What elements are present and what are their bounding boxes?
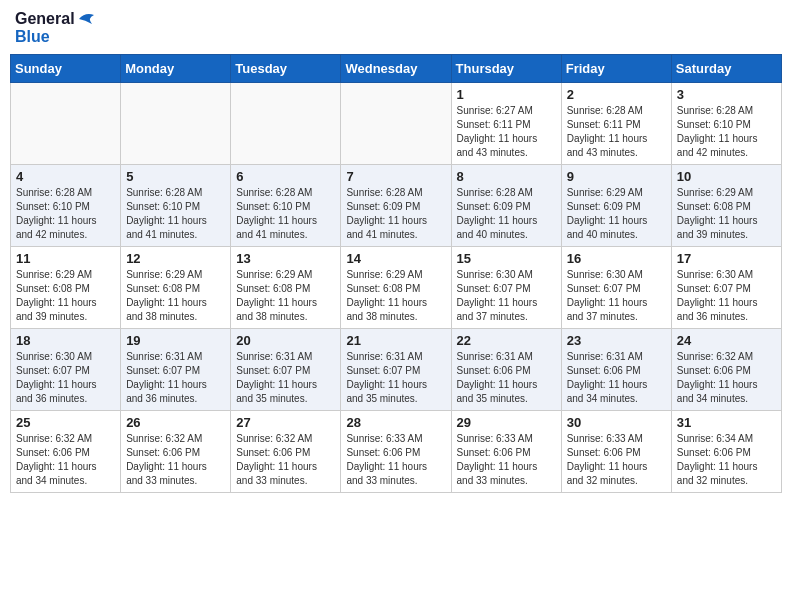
day-info: Sunrise: 6:31 AM Sunset: 6:07 PM Dayligh… — [126, 350, 225, 406]
calendar-cell: 26Sunrise: 6:32 AM Sunset: 6:06 PM Dayli… — [121, 411, 231, 493]
day-number: 13 — [236, 251, 335, 266]
day-number: 22 — [457, 333, 556, 348]
logo-general-label: General — [15, 10, 75, 28]
day-info: Sunrise: 6:28 AM Sunset: 6:10 PM Dayligh… — [677, 104, 776, 160]
day-number: 10 — [677, 169, 776, 184]
day-number: 20 — [236, 333, 335, 348]
calendar-cell — [231, 83, 341, 165]
day-info: Sunrise: 6:33 AM Sunset: 6:06 PM Dayligh… — [567, 432, 666, 488]
day-info: Sunrise: 6:29 AM Sunset: 6:08 PM Dayligh… — [346, 268, 445, 324]
day-info: Sunrise: 6:32 AM Sunset: 6:06 PM Dayligh… — [126, 432, 225, 488]
calendar-cell: 7Sunrise: 6:28 AM Sunset: 6:09 PM Daylig… — [341, 165, 451, 247]
calendar-cell: 1Sunrise: 6:27 AM Sunset: 6:11 PM Daylig… — [451, 83, 561, 165]
calendar-cell: 13Sunrise: 6:29 AM Sunset: 6:08 PM Dayli… — [231, 247, 341, 329]
day-info: Sunrise: 6:30 AM Sunset: 6:07 PM Dayligh… — [16, 350, 115, 406]
day-info: Sunrise: 6:28 AM Sunset: 6:09 PM Dayligh… — [457, 186, 556, 242]
calendar-cell: 8Sunrise: 6:28 AM Sunset: 6:09 PM Daylig… — [451, 165, 561, 247]
day-number: 29 — [457, 415, 556, 430]
calendar-cell: 23Sunrise: 6:31 AM Sunset: 6:06 PM Dayli… — [561, 329, 671, 411]
calendar-table: SundayMondayTuesdayWednesdayThursdayFrid… — [10, 54, 782, 493]
day-info: Sunrise: 6:31 AM Sunset: 6:07 PM Dayligh… — [346, 350, 445, 406]
day-number: 30 — [567, 415, 666, 430]
logo-container: General Blue — [15, 10, 97, 46]
calendar-week-row: 1Sunrise: 6:27 AM Sunset: 6:11 PM Daylig… — [11, 83, 782, 165]
calendar-cell: 28Sunrise: 6:33 AM Sunset: 6:06 PM Dayli… — [341, 411, 451, 493]
day-number: 4 — [16, 169, 115, 184]
calendar-cell: 21Sunrise: 6:31 AM Sunset: 6:07 PM Dayli… — [341, 329, 451, 411]
day-number: 27 — [236, 415, 335, 430]
day-info: Sunrise: 6:30 AM Sunset: 6:07 PM Dayligh… — [457, 268, 556, 324]
calendar-cell: 18Sunrise: 6:30 AM Sunset: 6:07 PM Dayli… — [11, 329, 121, 411]
calendar-week-row: 18Sunrise: 6:30 AM Sunset: 6:07 PM Dayli… — [11, 329, 782, 411]
day-info: Sunrise: 6:30 AM Sunset: 6:07 PM Dayligh… — [677, 268, 776, 324]
day-info: Sunrise: 6:28 AM Sunset: 6:11 PM Dayligh… — [567, 104, 666, 160]
day-number: 25 — [16, 415, 115, 430]
calendar-cell: 24Sunrise: 6:32 AM Sunset: 6:06 PM Dayli… — [671, 329, 781, 411]
calendar-week-row: 11Sunrise: 6:29 AM Sunset: 6:08 PM Dayli… — [11, 247, 782, 329]
calendar-cell: 10Sunrise: 6:29 AM Sunset: 6:08 PM Dayli… — [671, 165, 781, 247]
calendar-cell — [11, 83, 121, 165]
day-number: 14 — [346, 251, 445, 266]
day-info: Sunrise: 6:32 AM Sunset: 6:06 PM Dayligh… — [677, 350, 776, 406]
day-info: Sunrise: 6:32 AM Sunset: 6:06 PM Dayligh… — [236, 432, 335, 488]
day-number: 31 — [677, 415, 776, 430]
header-saturday: Saturday — [671, 55, 781, 83]
day-number: 26 — [126, 415, 225, 430]
calendar-cell: 27Sunrise: 6:32 AM Sunset: 6:06 PM Dayli… — [231, 411, 341, 493]
calendar-week-row: 25Sunrise: 6:32 AM Sunset: 6:06 PM Dayli… — [11, 411, 782, 493]
calendar-cell: 14Sunrise: 6:29 AM Sunset: 6:08 PM Dayli… — [341, 247, 451, 329]
day-number: 5 — [126, 169, 225, 184]
day-info: Sunrise: 6:33 AM Sunset: 6:06 PM Dayligh… — [346, 432, 445, 488]
calendar-cell: 6Sunrise: 6:28 AM Sunset: 6:10 PM Daylig… — [231, 165, 341, 247]
calendar-cell: 15Sunrise: 6:30 AM Sunset: 6:07 PM Dayli… — [451, 247, 561, 329]
calendar-cell: 16Sunrise: 6:30 AM Sunset: 6:07 PM Dayli… — [561, 247, 671, 329]
day-info: Sunrise: 6:31 AM Sunset: 6:07 PM Dayligh… — [236, 350, 335, 406]
day-info: Sunrise: 6:30 AM Sunset: 6:07 PM Dayligh… — [567, 268, 666, 324]
header-sunday: Sunday — [11, 55, 121, 83]
day-info: Sunrise: 6:33 AM Sunset: 6:06 PM Dayligh… — [457, 432, 556, 488]
logo-blue-label: Blue — [15, 28, 50, 45]
day-info: Sunrise: 6:27 AM Sunset: 6:11 PM Dayligh… — [457, 104, 556, 160]
day-info: Sunrise: 6:29 AM Sunset: 6:08 PM Dayligh… — [236, 268, 335, 324]
day-info: Sunrise: 6:28 AM Sunset: 6:10 PM Dayligh… — [16, 186, 115, 242]
day-number: 6 — [236, 169, 335, 184]
calendar-cell: 19Sunrise: 6:31 AM Sunset: 6:07 PM Dayli… — [121, 329, 231, 411]
day-info: Sunrise: 6:32 AM Sunset: 6:06 PM Dayligh… — [16, 432, 115, 488]
day-info: Sunrise: 6:29 AM Sunset: 6:08 PM Dayligh… — [126, 268, 225, 324]
calendar-cell: 20Sunrise: 6:31 AM Sunset: 6:07 PM Dayli… — [231, 329, 341, 411]
day-info: Sunrise: 6:29 AM Sunset: 6:08 PM Dayligh… — [677, 186, 776, 242]
day-number: 12 — [126, 251, 225, 266]
calendar-cell: 17Sunrise: 6:30 AM Sunset: 6:07 PM Dayli… — [671, 247, 781, 329]
header-thursday: Thursday — [451, 55, 561, 83]
calendar-cell: 5Sunrise: 6:28 AM Sunset: 6:10 PM Daylig… — [121, 165, 231, 247]
day-number: 11 — [16, 251, 115, 266]
header-wednesday: Wednesday — [341, 55, 451, 83]
day-number: 1 — [457, 87, 556, 102]
page-header: General Blue — [10, 10, 782, 46]
day-number: 9 — [567, 169, 666, 184]
calendar-cell: 22Sunrise: 6:31 AM Sunset: 6:06 PM Dayli… — [451, 329, 561, 411]
calendar-header-row: SundayMondayTuesdayWednesdayThursdayFrid… — [11, 55, 782, 83]
day-info: Sunrise: 6:34 AM Sunset: 6:06 PM Dayligh… — [677, 432, 776, 488]
calendar-cell: 31Sunrise: 6:34 AM Sunset: 6:06 PM Dayli… — [671, 411, 781, 493]
day-number: 17 — [677, 251, 776, 266]
day-info: Sunrise: 6:28 AM Sunset: 6:10 PM Dayligh… — [126, 186, 225, 242]
day-info: Sunrise: 6:28 AM Sunset: 6:10 PM Dayligh… — [236, 186, 335, 242]
day-number: 7 — [346, 169, 445, 184]
day-info: Sunrise: 6:29 AM Sunset: 6:09 PM Dayligh… — [567, 186, 666, 242]
calendar-cell: 9Sunrise: 6:29 AM Sunset: 6:09 PM Daylig… — [561, 165, 671, 247]
header-friday: Friday — [561, 55, 671, 83]
day-number: 28 — [346, 415, 445, 430]
calendar-cell: 25Sunrise: 6:32 AM Sunset: 6:06 PM Dayli… — [11, 411, 121, 493]
day-number: 15 — [457, 251, 556, 266]
calendar-cell: 3Sunrise: 6:28 AM Sunset: 6:10 PM Daylig… — [671, 83, 781, 165]
calendar-cell — [121, 83, 231, 165]
day-info: Sunrise: 6:28 AM Sunset: 6:09 PM Dayligh… — [346, 186, 445, 242]
day-number: 24 — [677, 333, 776, 348]
day-number: 18 — [16, 333, 115, 348]
day-info: Sunrise: 6:31 AM Sunset: 6:06 PM Dayligh… — [567, 350, 666, 406]
calendar-cell: 4Sunrise: 6:28 AM Sunset: 6:10 PM Daylig… — [11, 165, 121, 247]
calendar-cell — [341, 83, 451, 165]
header-tuesday: Tuesday — [231, 55, 341, 83]
day-number: 21 — [346, 333, 445, 348]
